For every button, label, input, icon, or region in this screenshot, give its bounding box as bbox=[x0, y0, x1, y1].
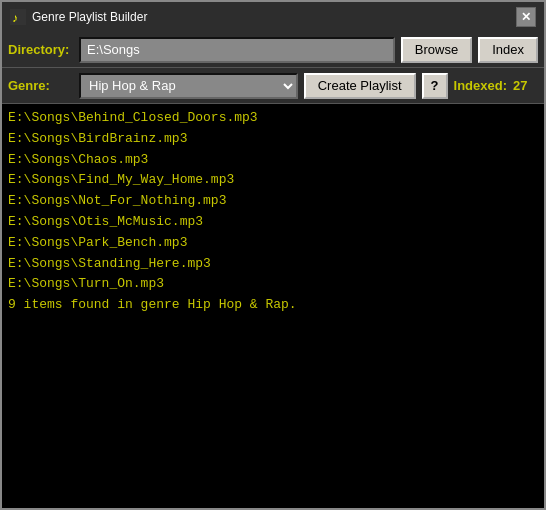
genre-label: Genre: bbox=[8, 78, 73, 93]
list-item: E:\Songs\Chaos.mp3 bbox=[8, 150, 538, 171]
list-item: E:\Songs\Park_Bench.mp3 bbox=[8, 233, 538, 254]
directory-input[interactable] bbox=[79, 37, 395, 63]
summary-text: 9 items found in genre Hip Hop & Rap. bbox=[8, 295, 538, 316]
title-bar: ♪ Genre Playlist Builder ✕ bbox=[2, 2, 544, 32]
list-item: E:\Songs\Otis_McMusic.mp3 bbox=[8, 212, 538, 233]
directory-label: Directory: bbox=[8, 42, 73, 57]
app-icon: ♪ bbox=[10, 9, 26, 25]
indexed-value: 27 bbox=[513, 78, 538, 93]
create-playlist-button[interactable]: Create Playlist bbox=[304, 73, 416, 99]
file-list-area[interactable]: E:\Songs\Behind_Closed_Doors.mp3 E:\Song… bbox=[2, 104, 544, 508]
list-item: E:\Songs\Standing_Here.mp3 bbox=[8, 254, 538, 275]
list-item: E:\Songs\Find_My_Way_Home.mp3 bbox=[8, 170, 538, 191]
svg-text:♪: ♪ bbox=[12, 11, 18, 25]
window-title: Genre Playlist Builder bbox=[32, 10, 147, 24]
list-item: E:\Songs\Turn_On.mp3 bbox=[8, 274, 538, 295]
genre-bar: Genre: Hip Hop & Rap Rock Pop Jazz Class… bbox=[2, 68, 544, 104]
help-button[interactable]: ? bbox=[422, 73, 448, 99]
browse-button[interactable]: Browse bbox=[401, 37, 472, 63]
main-window: ♪ Genre Playlist Builder ✕ Directory: Br… bbox=[0, 0, 546, 510]
list-item: E:\Songs\Not_For_Nothing.mp3 bbox=[8, 191, 538, 212]
genre-select[interactable]: Hip Hop & Rap Rock Pop Jazz Classical Co… bbox=[79, 73, 298, 99]
list-item: E:\Songs\Behind_Closed_Doors.mp3 bbox=[8, 108, 538, 129]
indexed-label: Indexed: bbox=[454, 78, 507, 93]
index-button[interactable]: Index bbox=[478, 37, 538, 63]
list-item: E:\Songs\BirdBrainz.mp3 bbox=[8, 129, 538, 150]
directory-toolbar: Directory: Browse Index bbox=[2, 32, 544, 68]
close-button[interactable]: ✕ bbox=[516, 7, 536, 27]
title-bar-left: ♪ Genre Playlist Builder bbox=[10, 9, 147, 25]
